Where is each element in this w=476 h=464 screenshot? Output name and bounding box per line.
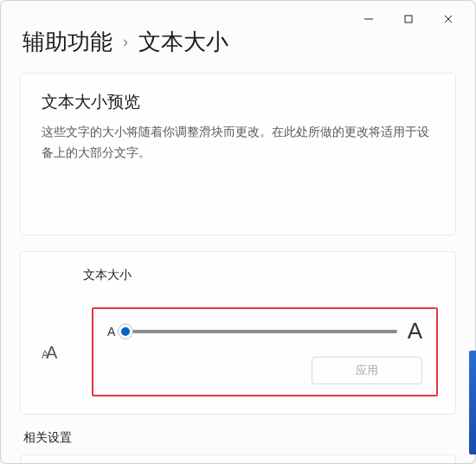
- svg-rect-1: [405, 16, 412, 23]
- content-area: 文本大小预览 这些文字的大小将随着你调整滑块而更改。在此处所做的更改将适用于设备…: [1, 73, 475, 463]
- breadcrumb-current: 文本大小: [138, 27, 228, 57]
- preview-title: 文本大小预览: [42, 91, 434, 113]
- related-settings-title: 相关设置: [23, 430, 453, 446]
- apply-button[interactable]: 应用: [312, 357, 422, 384]
- breadcrumb-parent[interactable]: 辅助功能: [23, 27, 113, 57]
- text-size-slider[interactable]: [125, 330, 396, 333]
- preview-description: 这些文字的大小将随着你调整滑块而更改。在此处所做的更改将适用于设备上的大部分文字…: [42, 122, 434, 164]
- desktop-edge: [469, 351, 476, 454]
- settings-window: 辅助功能 › 文本大小 文本大小预览 这些文字的大小将随着你调整滑块而更改。在此…: [0, 0, 476, 464]
- text-size-icon: AA: [42, 344, 76, 361]
- chevron-right-icon: ›: [123, 33, 128, 51]
- text-size-preview-card: 文本大小预览 这些文字的大小将随着你调整滑块而更改。在此处所做的更改将适用于设备…: [20, 73, 456, 235]
- text-size-control-card: 文本大小 AA A A 应用: [20, 251, 456, 415]
- highlight-annotation: A A 应用: [92, 307, 438, 396]
- text-size-slider-row: A A: [107, 318, 422, 345]
- breadcrumb: 辅助功能 › 文本大小: [1, 27, 475, 73]
- text-size-label: 文本大小: [83, 267, 438, 283]
- slider-thumb[interactable]: [118, 324, 133, 339]
- slider-max-label: A: [408, 318, 422, 345]
- slider-min-label: A: [107, 325, 115, 338]
- related-display-item[interactable]: 显示 监视器、亮度、夜间模式、显示配置文件: [20, 454, 456, 463]
